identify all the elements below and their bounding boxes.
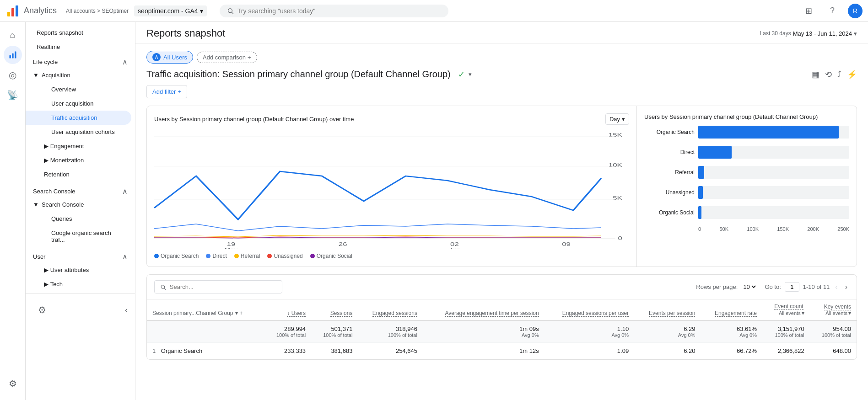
share-icon[interactable]: ⤴ <box>837 69 841 79</box>
row-1-engaged-per-user: 1.09 <box>545 343 634 359</box>
all-users-chip[interactable]: A All Users <box>146 51 193 64</box>
sidebar-user-acquisition[interactable]: User acquisition <box>26 96 131 111</box>
lifecycle-header[interactable]: Life cycle ∧ <box>26 54 135 68</box>
col-users[interactable]: ↓ Users <box>264 299 311 320</box>
logo-area: Analytics <box>5 4 57 18</box>
svg-line-4 <box>232 12 233 13</box>
search-console-section-header[interactable]: Search Console ∧ <box>26 183 135 197</box>
avatar[interactable]: R <box>848 4 863 18</box>
col-engagement-rate[interactable]: Engagement rate <box>701 299 762 320</box>
sidebar-search-console-section: Search Console ∧ ▼ Search Console Querie… <box>26 183 135 247</box>
sidebar-queries[interactable]: Queries <box>26 212 131 226</box>
col-channel-dropdown[interactable]: ▾ <box>235 310 238 316</box>
event-count-dropdown[interactable]: ▾ <box>802 310 804 316</box>
search-console-collapse[interactable]: ▼ Search Console <box>26 197 135 212</box>
sidebar-monetization[interactable]: ▶ Monetization <box>26 153 131 167</box>
date-value: May 13 - Jun 11, 2024 <box>793 30 852 37</box>
line-chart-section: Users by Session primary channel group (… <box>147 106 637 267</box>
total-engaged-sessions: 318,946 100% of total <box>358 320 423 343</box>
sidebar-tech[interactable]: ▶ Tech <box>26 277 131 291</box>
sidebar-overview[interactable]: Overview <box>26 82 131 96</box>
search-input[interactable] <box>237 7 441 15</box>
all-users-avatar: A <box>152 53 161 61</box>
table-search-input[interactable] <box>170 283 276 290</box>
total-event-count: 3,151,970 100% of total <box>762 320 810 343</box>
search-bar[interactable] <box>220 5 448 17</box>
nav-admin-btn[interactable]: ⚙ <box>4 374 22 393</box>
legend-referral: Referral <box>234 253 260 259</box>
row-1-channel: 1 Organic Search <box>147 343 264 359</box>
svg-rect-2 <box>16 5 18 16</box>
col-events-per-session[interactable]: Events per session <box>634 299 701 320</box>
nav-home-btn[interactable]: ⌂ <box>4 26 22 44</box>
row-1-engaged-sessions: 254,645 <box>358 343 423 359</box>
sidebar-user-attributes[interactable]: ▶ User attributes <box>26 263 131 277</box>
col-engaged-sessions[interactable]: Engaged sessions <box>358 299 423 320</box>
date-range-selector[interactable]: Last 30 days May 13 - Jun 11, 2024 ▾ <box>760 30 857 37</box>
rows-per-page-select[interactable]: 10 25 50 <box>741 283 757 291</box>
col-channel[interactable]: Session primary...Channel Group ▾ + <box>147 299 264 320</box>
topbar-right: ⊞ ? R <box>800 3 863 19</box>
sidebar-reports-snapshot[interactable]: Reports snapshot <box>26 26 131 40</box>
acquisition-collapse[interactable]: ▼ Acquisition <box>26 68 135 82</box>
title-dropdown-icon[interactable]: ▾ <box>469 71 472 78</box>
data-table: Rows per page: 10 25 50 Go to: 1-10 of 1… <box>146 274 857 360</box>
col-avg-engagement[interactable]: Average engagement time per session <box>423 299 545 320</box>
col-sessions[interactable]: Sessions <box>311 299 358 320</box>
bar-chart-section: Users by Session primary channel group (… <box>637 106 857 267</box>
row-1-engagement-rate: 66.72% <box>701 343 762 359</box>
property-selector[interactable]: seoptimer.com - GA4 ▾ <box>134 5 207 16</box>
col-event-count[interactable]: Event count All events ▾ <box>762 299 810 320</box>
nav-explore-btn[interactable]: ◎ <box>4 66 22 84</box>
nav-reports-btn[interactable] <box>4 46 22 64</box>
legend-dot-social <box>310 254 315 258</box>
bar-chart-header: Users by Session primary channel group (… <box>644 113 849 120</box>
key-events-dropdown[interactable]: ▾ <box>848 310 851 316</box>
svg-rect-7 <box>15 52 16 59</box>
user-section-header[interactable]: User ∧ <box>26 249 135 263</box>
sidebar-retention[interactable]: Retention <box>26 167 131 181</box>
period-chevron: ▾ <box>622 116 625 123</box>
col-engaged-per-user[interactable]: Engaged sessions per user <box>545 299 634 320</box>
bar-fill-1 <box>698 146 732 159</box>
date-label: Last 30 days <box>760 30 791 37</box>
page-input[interactable] <box>785 282 799 292</box>
row-1-sessions: 381,683 <box>311 343 358 359</box>
more-icon[interactable]: ⚡ <box>847 69 857 80</box>
table-row: 1 Organic Search 233,333 381,683 254,645… <box>147 343 857 359</box>
line-chart-title: Users by Session primary channel group (… <box>154 116 354 123</box>
sidebar-cohorts[interactable]: User acquisition cohorts <box>26 125 131 139</box>
add-filter-btn[interactable]: Add filter + <box>146 85 187 98</box>
apps-icon[interactable]: ⊞ <box>800 3 817 19</box>
bar-fill-0 <box>698 126 839 139</box>
sidebar-realtime[interactable]: Realtime <box>26 40 131 54</box>
nav-advertising-btn[interactable]: 📡 <box>4 86 22 104</box>
chart-type-icon[interactable]: ▦ <box>812 69 819 80</box>
row-1-avg-engagement: 1m 12s <box>423 343 545 359</box>
main-content: Reports snapshot Last 30 days May 13 - J… <box>135 22 868 400</box>
prev-page-btn[interactable]: ‹ <box>833 281 839 293</box>
svg-text:May: May <box>225 247 238 249</box>
table-search[interactable] <box>154 280 282 293</box>
sidebar-admin-btn[interactable]: ⚙ <box>33 301 51 319</box>
legend-dot-organic <box>154 254 159 258</box>
sidebar-google-organic[interactable]: Google organic search traf... <box>26 226 131 247</box>
line-chart-header: Users by Session primary channel group (… <box>154 113 629 125</box>
period-selector[interactable]: Day ▾ <box>605 113 629 125</box>
col-channel-add[interactable]: + <box>240 310 243 316</box>
expand-icon2: ▶ <box>44 157 49 164</box>
collapse-dot: ▼ <box>33 72 39 79</box>
sidebar-collapse-btn[interactable]: ‹ <box>125 305 128 315</box>
help-icon[interactable]: ? <box>824 3 841 19</box>
col-key-events[interactable]: Key events All events ▾ <box>810 299 857 320</box>
compare-icon[interactable]: ⟲ <box>825 69 832 80</box>
sidebar-engagement[interactable]: ▶ Engagement <box>26 139 131 153</box>
report-actions: ▦ ⟲ ⤴ ⚡ <box>812 69 857 80</box>
bar-row-2: Referral <box>644 166 849 179</box>
svg-rect-6 <box>12 53 13 59</box>
sidebar-traffic-acquisition[interactable]: Traffic acquisition <box>26 111 131 125</box>
main-layout: ⌂ ◎ 📡 ⚙ Reports snapshot Realtime Life c… <box>0 22 868 400</box>
add-comparison-btn[interactable]: Add comparison + <box>197 52 257 63</box>
next-page-btn[interactable]: › <box>843 281 849 293</box>
sidebar-lifecycle-section: Life cycle ∧ ▼ Acquisition Overview User… <box>26 54 135 181</box>
